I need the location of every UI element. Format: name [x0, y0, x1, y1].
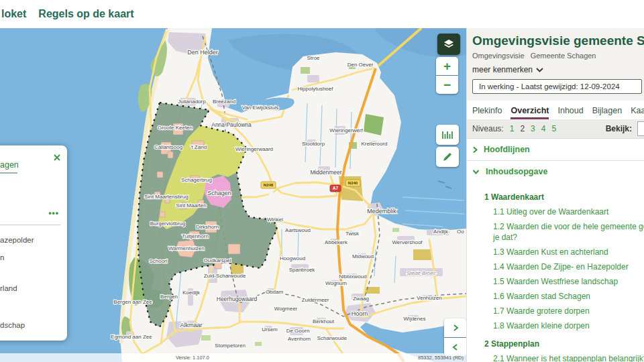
svg-text:Venhuizen: Venhuizen [417, 295, 441, 301]
svg-text:Avenhorn: Avenhorn [288, 336, 311, 342]
layers-icon [443, 39, 455, 50]
legend-item[interactable]: azepolder [0, 236, 34, 244]
breadcrumb-authority: Gemeente Schagen [531, 52, 596, 60]
legend-item[interactable]: rland [0, 284, 17, 292]
svg-text:Wieringerwerf: Wieringerwerf [329, 127, 363, 133]
level-4[interactable]: 4 [541, 124, 546, 133]
svg-text:Wieringerwaard: Wieringerwaard [235, 146, 273, 152]
svg-text:Zuid-Scharwoude: Zuid-Scharwoude [204, 273, 246, 279]
level-2-current[interactable]: 2 [520, 124, 525, 133]
svg-text:Breezand: Breezand [213, 99, 235, 105]
toc-heading-stappenplan[interactable]: 2 Stappenplan [484, 339, 644, 349]
svg-text:Warmenhuizen: Warmenhuizen [168, 245, 205, 251]
svg-text:Hoorn: Hoorn [352, 310, 368, 317]
svg-text:Egmond aan Zee: Egmond aan Zee [111, 334, 152, 340]
svg-text:Wijdenes: Wijdenes [404, 316, 426, 322]
svg-text:Schoorl: Schoorl [149, 258, 167, 264]
svg-text:Middenmeer: Middenmeer [310, 169, 341, 176]
measure-button[interactable] [436, 125, 459, 145]
draw-button[interactable] [436, 147, 459, 167]
toc-item-1-4[interactable]: 1.4 Waarden De Zijpe- en Hazepolder [493, 262, 644, 272]
level-1[interactable]: 1 [510, 124, 515, 133]
toc-item-1-8[interactable]: 1.8 Waarden kleine dorpen [493, 321, 644, 330]
svg-text:Kreileroord: Kreileroord [361, 141, 387, 147]
svg-text:Alkmaar: Alkmaar [180, 322, 202, 328]
toc-item-1-2[interactable]: 1.2 Waarden die voor de hele gemeente ge… [493, 222, 644, 242]
svg-text:Sint Maarten: Sint Maarten [176, 202, 206, 208]
breadcrumb: Omgevingsvisie Gemeente Schagen [472, 52, 644, 60]
toc-heading-waardenkaart[interactable]: 1 Waardenkaart [484, 192, 644, 202]
toc-item-1-6[interactable]: 1.6 Waarden stad Schagen [493, 292, 644, 301]
svg-text:Ursem: Ursem [262, 326, 278, 333]
svg-text:Slootdorp: Slootdorp [302, 141, 325, 147]
svg-text:Bergen aan Zee: Bergen aan Zee [113, 299, 152, 305]
document-header: Omgevingsvisie gemeente Schagen Omgeving… [467, 28, 644, 101]
tab-bijlagen[interactable]: Bijlagen [592, 106, 622, 119]
svg-text:De Goorn: De Goorn [286, 328, 310, 334]
zoom-out-button[interactable]: − [436, 76, 458, 94]
svg-text:Schagen: Schagen [207, 190, 231, 196]
section-inhoudsopgave[interactable]: Inhoudsopgave [467, 160, 644, 182]
map[interactable]: N248N240A7 Den HelderStroeDen OeverHippo… [0, 28, 466, 362]
svg-text:Berkhout: Berkhout [313, 318, 335, 324]
toc-item-1-1[interactable]: 1.1 Uitleg over de Waardenkaart [493, 207, 644, 217]
chevron-right-icon [472, 146, 478, 154]
toc-item-1-7[interactable]: 1.7 Waarde grotere dorpen [493, 306, 644, 316]
svg-text:Stompetoren: Stompetoren [215, 343, 246, 349]
svg-text:Burgervlotbrug: Burgervlotbrug [150, 221, 185, 227]
svg-text:Winkel: Winkel [267, 217, 283, 223]
layers-button[interactable] [437, 34, 460, 55]
chevron-left-icon [452, 343, 459, 351]
legend-title-fragment: agen [0, 160, 19, 170]
ellipsis-icon[interactable]: ••• [48, 208, 59, 218]
svg-text:Groote Keeten: Groote Keeten [158, 125, 193, 131]
svg-text:Aartswoud: Aartswoud [285, 227, 311, 233]
tab-plekinfo[interactable]: Plekinfo [472, 106, 502, 119]
svg-text:'t Zand: 't Zand [191, 144, 207, 150]
app-brand-partial[interactable]: loket [1, 8, 26, 20]
toc-item-1-3[interactable]: 1.3 Waarden Kust en achterland [493, 247, 644, 257]
svg-text:Sint Maartensbrug: Sint Maartensbrug [144, 194, 188, 200]
more-kenmerken-link[interactable]: meer kenmerken [472, 65, 644, 74]
svg-text:Zwaag: Zwaag [353, 296, 369, 302]
svg-text:Twisk: Twisk [345, 231, 360, 237]
svg-text:Stede Broec: Stede Broec [407, 270, 436, 276]
svg-text:Schagerbrug: Schagerbrug [181, 177, 212, 183]
tab-overzicht[interactable]: Overzicht [511, 106, 549, 119]
view-select[interactable] [637, 121, 644, 136]
minus-icon: − [443, 78, 451, 91]
svg-text:Spanbroek: Spanbroek [289, 267, 316, 273]
tab-kaarten[interactable]: Kaarten [631, 106, 644, 119]
svg-text:Scharwoude: Scharwoude [317, 335, 347, 341]
tab-inhoud[interactable]: Inhoud [557, 106, 583, 119]
svg-text:A7: A7 [333, 186, 339, 190]
chevron-down-icon [472, 169, 480, 174]
plus-icon: + [443, 60, 451, 72]
toc-item-1-5[interactable]: 1.5 Waarden Westfriese landschap [493, 277, 644, 286]
close-icon[interactable] [53, 152, 61, 160]
screen: loket Regels op de kaart [0, 0, 644, 362]
document-panel: Omgevingsvisie gemeente Schagen Omgeving… [466, 28, 644, 362]
section-hoofdlijnen[interactable]: Hoofdlijnen [467, 138, 644, 160]
view-label: Bekijk: [606, 124, 632, 133]
zoom-in-button[interactable]: + [436, 57, 458, 75]
svg-text:Midwoud: Midwoud [352, 253, 374, 259]
svg-text:Den Oever: Den Oever [347, 62, 374, 68]
legend-item[interactable]: dschap [0, 321, 25, 329]
measure-icon [441, 129, 453, 140]
legend-item[interactable]: n [0, 253, 4, 261]
level-5[interactable]: 5 [551, 124, 556, 133]
svg-text:Anna Paulowna: Anna Paulowna [211, 121, 252, 128]
toc-item-2-1[interactable]: 2.1 Wanneer is het stappenplan belangrij… [493, 354, 644, 362]
svg-text:Abbekerk: Abbekerk [325, 239, 348, 245]
svg-text:Hoogwoud: Hoogwoud [280, 255, 305, 261]
levels-bar: Niveaus: 1 2 3 4 5 Bekijk: [467, 119, 644, 138]
level-3[interactable]: 3 [531, 124, 535, 133]
document-title: Omgevingsvisie gemeente Schagen [472, 34, 644, 48]
svg-text:Bergen: Bergen [160, 294, 178, 300]
svg-text:Julianadorp: Julianadorp [178, 99, 206, 105]
panel-expand-button[interactable] [444, 318, 466, 337]
svg-text:Hippolytushoef: Hippolytushoef [298, 86, 334, 92]
nav-regels-op-de-kaart[interactable]: Regels op de kaart [38, 8, 133, 20]
legend-card: agen ••• azepolder n rland dschap [0, 145, 67, 341]
